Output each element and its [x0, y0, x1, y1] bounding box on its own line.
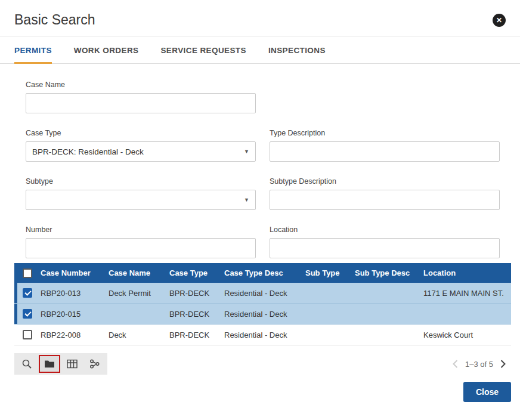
search-icon[interactable] [16, 355, 38, 373]
table-row[interactable]: RBP20-013 Deck Permit BPR-DECK Residenti… [14, 283, 511, 304]
subtype-description-label: Subtype Description [270, 177, 500, 186]
column-header-case-type-desc: Case Type Desc [224, 268, 305, 277]
number-input[interactable] [26, 238, 256, 258]
results-table: Case Number Case Name Case Type Case Typ… [14, 263, 511, 345]
table-row[interactable]: RBP20-015 BPR-DECK Residential - Deck [14, 304, 511, 325]
case-type-label: Case Type [26, 129, 256, 137]
cell-case-type-desc: Residential - Deck [224, 310, 305, 319]
close-icon[interactable]: ✕ [493, 14, 506, 27]
column-header-sub-type: Sub Type [305, 268, 355, 277]
cell-case-number: RBP22-008 [41, 331, 109, 339]
case-type-value: BPR-DECK: Residential - Deck [32, 147, 144, 156]
table-view-icon[interactable] [61, 355, 83, 373]
case-name-label: Case Name [26, 81, 256, 89]
location-input[interactable] [270, 238, 500, 258]
row-checkbox[interactable] [23, 330, 32, 339]
cell-case-number: RBP20-015 [41, 310, 109, 319]
tab-inspections[interactable]: INSPECTIONS [268, 36, 326, 64]
row-checkbox[interactable] [23, 309, 32, 319]
subtype-select[interactable]: ▼ [26, 190, 256, 210]
basic-search-modal: Basic Search ✕ PERMITS WORK ORDERS SERVI… [0, 0, 520, 402]
column-header-case-number: Case Number [41, 268, 109, 277]
chevron-down-icon: ▼ [244, 149, 249, 155]
tab-work-orders[interactable]: WORK ORDERS [74, 36, 139, 64]
previous-page-icon[interactable] [453, 360, 458, 368]
number-label: Number [26, 226, 256, 234]
type-description-input[interactable] [270, 141, 500, 162]
close-button[interactable]: Close [463, 382, 511, 402]
table-header-row: Case Number Case Name Case Type Case Typ… [14, 263, 511, 283]
pagination: 1–3 of 5 [453, 360, 506, 369]
page-title: Basic Search [14, 12, 95, 28]
cell-case-type-desc: Residential - Deck [224, 289, 305, 298]
tab-bar: PERMITS WORK ORDERS SERVICE REQUESTS INS… [0, 36, 520, 64]
subtype-field: Subtype ▼ [26, 177, 256, 210]
modal-header: Basic Search ✕ [0, 0, 520, 36]
case-type-select[interactable]: BPR-DECK: Residential - Deck ▼ [26, 141, 256, 162]
case-name-input[interactable] [26, 93, 256, 113]
cell-case-name: Deck [109, 331, 169, 339]
cell-case-type: BPR-DECK [169, 310, 224, 319]
workflow-icon[interactable] [84, 355, 106, 373]
column-header-case-type: Case Type [169, 268, 224, 277]
subtype-description-field: Subtype Description [270, 177, 500, 210]
column-header-location: Location [423, 268, 511, 277]
location-field: Location [270, 226, 500, 258]
select-all-checkbox[interactable] [23, 268, 32, 278]
bottom-bar: 1–3 of 5 [14, 353, 506, 375]
case-name-field: Case Name [26, 81, 256, 113]
modal-footer: Close [0, 375, 520, 402]
type-description-label: Type Description [270, 129, 500, 137]
location-label: Location [270, 226, 500, 234]
column-header-sub-type-desc: Sub Type Desc [355, 268, 423, 277]
row-checkbox[interactable] [23, 288, 32, 298]
table-row[interactable]: RBP22-008 Deck BPR-DECK Residential - De… [14, 325, 511, 345]
search-form: Case Name Case Type BPR-DECK: Residentia… [0, 64, 520, 258]
type-description-field: Type Description [270, 129, 500, 162]
cell-location: Keswick Court [423, 331, 511, 339]
tab-permits[interactable]: PERMITS [14, 36, 52, 64]
column-header-case-name: Case Name [109, 268, 169, 277]
chevron-down-icon: ▼ [244, 197, 249, 203]
tab-service-requests[interactable]: SERVICE REQUESTS [160, 36, 246, 64]
cell-location: 1171 E MAIN MAIN ST. [423, 289, 511, 298]
subtype-description-input[interactable] [270, 190, 500, 210]
cell-case-type: BPR-DECK [169, 289, 224, 298]
view-toolbar [14, 353, 107, 375]
case-type-field: Case Type BPR-DECK: Residential - Deck ▼ [26, 129, 256, 162]
pagination-label: 1–3 of 5 [465, 360, 493, 369]
cell-case-type: BPR-DECK [169, 331, 224, 339]
cell-case-type-desc: Residential - Deck [224, 331, 305, 339]
cell-case-number: RBP20-013 [41, 289, 109, 298]
folder-icon[interactable] [39, 355, 60, 373]
next-page-icon[interactable] [500, 360, 506, 368]
number-field: Number [26, 226, 256, 258]
cell-case-name: Deck Permit [109, 289, 169, 298]
subtype-label: Subtype [26, 177, 256, 186]
